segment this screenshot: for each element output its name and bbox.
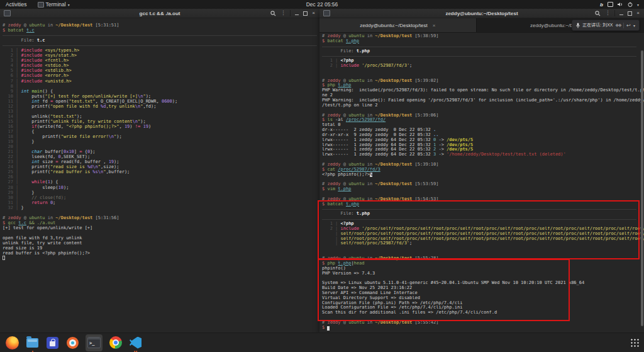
divider <box>290 10 291 16</box>
speaking-label: 正在讲话: 刘XX <box>582 22 613 28</box>
terminal-line: $ <box>322 326 644 331</box>
terminal-line: 10 │ puts("[+] test for open/unlink/writ… <box>3 94 319 99</box>
terminal-line: /test/t.php on line 2 <box>322 103 644 108</box>
terminal-line: lrwx------ 1 zeddy zeddy 64 Dec 22 05:32… <box>322 147 644 152</box>
tab-active[interactable]: zeddy@ubuntu:~/Desktop/test × <box>319 18 477 32</box>
dock-item-terminal[interactable]: >_ <box>86 334 103 351</box>
left-terminal-content[interactable]: # zeddy @ ubuntu in ~/Desktop/test [5:31… <box>0 18 319 333</box>
clock[interactable]: Dec 22 05:56 <box>0 1 644 8</box>
terminal-line: 15 │ printf("unlink file, try write cont… <box>3 119 319 124</box>
search-icon[interactable] <box>595 11 601 16</box>
volume-icon[interactable] <box>618 2 623 7</box>
terminal-line: lrwx------ 1 zeddy zeddy 64 Dec 22 05:32… <box>322 138 644 143</box>
activities-button[interactable]: Activities <box>0 0 33 9</box>
minimize-button[interactable] <box>295 14 299 15</box>
terminal-line: read buffer is <?php phpinfo();?> <box>3 251 319 256</box>
terminal-line: 27 │ while(1) { <box>3 179 319 185</box>
search-icon[interactable] <box>270 11 276 16</box>
left-titlebar[interactable]: gcc t.c && ./a.out ⋮ × <box>0 9 319 18</box>
terminal-line: $ php t.php <box>322 83 644 88</box>
return-arrow-icon[interactable]: ↩ <box>626 23 631 28</box>
terminal-line: 2 │ #include <sys/stat.h> <box>3 53 319 58</box>
terminal-line: $ batcat t.php <box>322 39 644 44</box>
terminal-line: File: t.php <box>322 212 644 217</box>
divider <box>614 10 615 16</box>
terminal-line: 17 │ { <box>3 129 319 134</box>
maximize-button[interactable] <box>628 11 632 16</box>
app-menu[interactable]: Terminal ▾ <box>33 0 75 9</box>
files-icon <box>26 338 38 348</box>
chevron-down-icon[interactable]: ▾ <box>637 3 639 7</box>
terminal-line: 2 │ include '/proc/52987/fd/3'; <box>322 64 644 69</box>
meeting-logo-icon: ◆◆ <box>616 23 621 28</box>
dock-item-firefox[interactable] <box>5 336 19 350</box>
terminal-line <box>322 192 644 197</box>
terminal-line <box>322 251 644 256</box>
show-applications-icon[interactable] <box>630 338 639 347</box>
terminal-line <box>322 108 644 113</box>
maximize-button[interactable] <box>303 11 308 16</box>
terminal-line <box>3 230 319 236</box>
terminal-window-right: zeddy@ubuntu:~/Desktop/test ⋮ × zeddy@ub… <box>319 9 644 332</box>
app-menu-label: Terminal <box>46 1 66 8</box>
dock-item-chrome[interactable] <box>108 336 123 350</box>
meeting-overlay[interactable]: 正在讲话: 刘XX ◆◆ ↩ ▾ <box>572 20 640 31</box>
tab-close-icon[interactable]: × <box>433 23 436 28</box>
terminal-line: total 0 <box>322 123 644 128</box>
terminal-line: $ vim t.php <box>322 187 644 192</box>
terminal-line: PHP Warning: include(): Failed opening '… <box>322 98 644 103</box>
right-terminal-content[interactable]: # zeddy @ ubuntu in ~/Desktop/test [5:38… <box>319 33 644 333</box>
terminal-line: │ self/root/proc/self/root/proc/self/roo… <box>322 237 644 242</box>
terminal-line: # zeddy @ ubuntu in ~/Desktop/test [5:39… <box>322 79 644 84</box>
terminal-line: │ self/root/proc/52987/fd/3'; <box>322 241 644 246</box>
terminal-line: phpinfo() <box>322 266 644 271</box>
tab-label: zeddy@ubuntu:~/Desktop/test <box>360 23 428 28</box>
terminal-line: lrwx------ 1 zeddy zeddy 64 Dec 22 05:32… <box>322 152 644 157</box>
terminal-line: Loaded Configuration File => /etc/php/7.… <box>322 305 644 310</box>
terminal-line <box>322 315 644 321</box>
ubuntu-software-icon <box>47 337 58 349</box>
scrollbar[interactable] <box>640 33 644 332</box>
close-button[interactable]: × <box>636 11 640 16</box>
chevron-down-icon[interactable]: ▾ <box>633 23 635 28</box>
terminal-line <box>322 217 644 222</box>
close-button[interactable]: × <box>312 11 315 16</box>
terminal-line: # zeddy @ ubuntu in ~/Desktop/test [5:55… <box>322 256 644 261</box>
terminal-line <box>3 210 319 215</box>
dock-item-vscode[interactable] <box>128 336 143 350</box>
dock-item-files[interactable] <box>25 336 40 350</box>
dock-item-help[interactable] <box>65 336 80 350</box>
menu-kebab-icon[interactable]: ⋮ <box>280 11 286 16</box>
dock: >_ <box>0 332 644 352</box>
terminal-line <box>322 276 644 281</box>
terminal-line: dr-xr-xr-x 9 zeddy zeddy 0 Dec 22 05:32 … <box>322 133 644 138</box>
terminal-line: unlink file, try write content <box>3 241 319 246</box>
terminal-line: 18 │ printf("write file error!\n"); <box>3 134 319 139</box>
menu-kebab-icon[interactable]: ⋮ <box>605 11 610 16</box>
minimize-button[interactable] <box>619 14 623 15</box>
power-icon[interactable] <box>628 2 633 7</box>
terminal-line: Virtual Directory Support => disabled <box>322 296 644 301</box>
microphone-icon <box>576 23 580 28</box>
terminal-line: 30 │ // close(fd); <box>3 195 319 200</box>
terminal-line: $ gcc t.c && ./a.out <box>3 220 319 225</box>
terminal-line: lrwx------ 1 zeddy zeddy 64 Dec 22 05:32… <box>322 143 644 148</box>
terminal-line: 1 │ #include <sys/types.h> <box>3 48 319 53</box>
terminal-line: 16 │ if(write(fd, "<?php phpinfo();?>", … <box>3 124 319 129</box>
scrollbar-thumb[interactable] <box>641 50 643 326</box>
terminal-line: 14 │ unlink("test.txt"); <box>3 114 319 119</box>
terminal-line: 8 │ <box>3 84 319 89</box>
terminal-line: ne 2 <box>322 93 644 98</box>
terminal-line: Build Date => Nov 25 2021 23:16:22 <box>322 286 644 291</box>
terminal-line: dr-x------ 2 zeddy zeddy 0 Dec 22 05:32 … <box>322 128 644 133</box>
terminal-app-icon <box>38 2 44 8</box>
terminal-line <box>3 256 319 261</box>
screen-share-icon[interactable] <box>608 2 613 7</box>
terminal-line: PHP Warning: include(/proc/52987/fd/3): … <box>322 88 644 93</box>
terminal-line <box>3 43 319 48</box>
terminal-line: 4 │ #include <stdio.h> <box>3 63 319 68</box>
help-icon <box>67 337 79 349</box>
right-titlebar[interactable]: zeddy@ubuntu:~/Desktop/test ⋮ × <box>319 9 644 18</box>
dock-item-ubuntu-software[interactable] <box>45 336 60 350</box>
bluetooth-icon[interactable]: b <box>600 2 603 8</box>
